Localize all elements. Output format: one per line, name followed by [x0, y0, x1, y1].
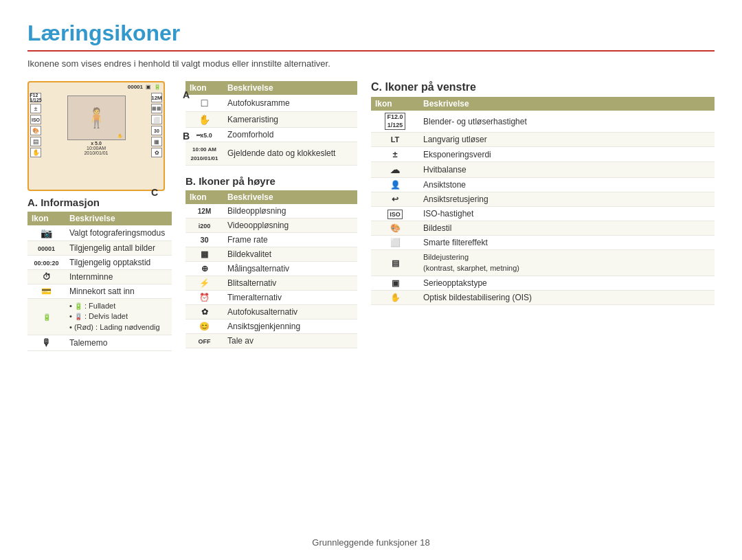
desc-cell: Frame rate — [223, 232, 357, 247]
table-row: LT Langvarig utløser — [371, 133, 715, 147]
desc-cell: Optisk bildestabilisering (OIS) — [419, 291, 715, 305]
table-row: ± Eksponeringsverdi — [371, 147, 715, 162]
section-c-heading: C. Ikoner på venstre — [371, 81, 715, 93]
desc-cell: Ansiktsretusjering — [419, 192, 715, 207]
table-row: 🎙 Talememo — [27, 335, 172, 351]
desc-cell: Hvitbalanse — [419, 162, 715, 178]
top-col2: Beskrivelse — [223, 81, 357, 95]
section-a-heading: A. Informasjon — [27, 197, 172, 208]
section-b-table: Ikon Beskrivelse 12M Bildeoppløsning i20… — [186, 190, 357, 348]
desc-cell: Smarte filtereffekt — [419, 236, 715, 250]
table-row: F12.01/125 Blender- og utløserhastighet — [371, 111, 715, 133]
desc-cell: Gjeldende dato og klokkeslett — [223, 142, 357, 166]
section-a-col1: Ikon — [27, 212, 65, 225]
table-row: ☁ Hvitbalanse — [371, 162, 715, 178]
page-title: Læringsikoner — [27, 21, 715, 52]
subtitle: Ikonene som vises endres i henhold til v… — [27, 58, 715, 69]
table-row: ⬜ Smarte filtereffekt — [371, 236, 715, 250]
desc-cell: Autofokusramme — [223, 95, 357, 112]
table-row: ⏱ Internminne — [27, 270, 172, 284]
desc-cell: Zoomforhold — [223, 128, 357, 142]
diagram-label-c: C — [151, 187, 158, 198]
desc-cell: Blitsalternativ — [223, 276, 357, 290]
desc-cell: Langvarig utløser — [419, 133, 715, 147]
table-row: 00001 Tilgjengelig antall bilder — [27, 241, 172, 256]
table-row: 🔋 • 🔋 : Fulladet • 🪫 : Delvis ladet • (R… — [27, 299, 172, 335]
section-a-table: Ikon Beskrivelse 📷 Valgt fotograferingsm… — [27, 212, 172, 351]
desc-cell: Eksponeringsverdi — [419, 147, 715, 162]
desc-cell: Tilgjengelig antall bilder — [65, 241, 172, 256]
table-row: 30 Frame rate — [186, 232, 357, 247]
section-b-col1: Ikon — [186, 190, 223, 204]
desc-cell: Kameraristing — [223, 112, 357, 128]
desc-cell: Autofokusalternativ — [223, 304, 357, 319]
desc-cell: Internminne — [65, 270, 172, 284]
top-col1: Ikon — [186, 81, 223, 95]
diagram-label-a: A — [183, 89, 190, 100]
section-c-table: Ikon Beskrivelse F12.01/125 Blender- og … — [371, 97, 715, 305]
table-row: 👤 Ansiktstone — [371, 178, 715, 192]
desc-cell: Bildestil — [419, 221, 715, 236]
table-row: ⏰ Timeralternativ — [186, 290, 357, 304]
table-row: ▦ Bildekvalitet — [186, 247, 357, 261]
desc-cell: Målingsalternativ — [223, 261, 357, 276]
table-row: ▣ Serieopptakstype — [371, 276, 715, 291]
table-row: i200 Videooppløsning — [186, 218, 357, 232]
desc-cell: ISO-hastighet — [419, 207, 715, 221]
section-c-col2: Beskrivelse — [419, 97, 715, 111]
section-c-col1: Ikon — [371, 97, 419, 111]
desc-cell: Valgt fotograferingsmodus — [65, 225, 172, 241]
desc-cell: Bildejustering(kontrast, skarphet, metni… — [419, 250, 715, 276]
table-row: ✿ Autofokusalternativ — [186, 304, 357, 319]
desc-cell: Timeralternativ — [223, 290, 357, 304]
table-row: 12M Bildeoppløsning — [186, 204, 357, 219]
table-row: ✋ Optisk bildestabilisering (OIS) — [371, 291, 715, 305]
desc-cell: • 🔋 : Fulladet • 🪫 : Delvis ladet • (Rød… — [65, 299, 172, 335]
camera-diagram: 00001 ▣ 🔋 F121/125 ± ISO 🎨 ▤ ✋ — [27, 81, 165, 191]
section-b-col2: Beskrivelse — [223, 190, 357, 204]
desc-cell: Talememo — [65, 335, 172, 351]
desc-cell: Blender- og utløserhastighet — [419, 111, 715, 133]
table-row: 😊 Ansiktsgjenkjenning — [186, 319, 357, 333]
desc-cell: Ansiktstone — [419, 178, 715, 192]
table-row: ISO ISO-hastighet — [371, 207, 715, 221]
desc-cell: Ansiktsgjenkjenning — [223, 319, 357, 333]
section-b-heading: B. Ikoner på høyre — [186, 175, 357, 187]
table-row: ⚡ Blitsalternativ — [186, 276, 357, 290]
table-row: ✋ Kameraristing — [186, 112, 357, 128]
desc-cell: Minnekort satt inn — [65, 284, 172, 299]
table-row: ▤ Bildejustering(kontrast, skarphet, met… — [371, 250, 715, 276]
desc-cell: Bildekvalitet — [223, 247, 357, 261]
section-a-col2: Beskrivelse — [65, 212, 172, 225]
desc-cell: Serieopptakstype — [419, 276, 715, 291]
table-row: ━x5.0 Zoomforhold — [186, 128, 357, 142]
desc-cell: Bildeoppløsning — [223, 204, 357, 219]
table-row: 00:00:20 Tilgjengelig opptakstid — [27, 256, 172, 270]
section-top-table: Ikon Beskrivelse □ Autofokusramme ✋ Kame… — [186, 81, 357, 166]
desc-cell: Tilgjengelig opptakstid — [65, 256, 172, 270]
table-row: 10:00 AM2010/01/01 Gjeldende dato og klo… — [186, 142, 357, 166]
table-row: 📷 Valgt fotograferingsmodus — [27, 225, 172, 241]
diagram-label-b: B — [183, 131, 190, 142]
table-row: OFF Tale av — [186, 333, 357, 348]
footer-text: Grunnleggende funksjoner 18 — [0, 537, 742, 548]
desc-cell: Tale av — [223, 333, 357, 348]
table-row: ↩ Ansiktsretusjering — [371, 192, 715, 207]
table-row: 🎨 Bildestil — [371, 221, 715, 236]
table-row: ⊕ Målingsalternativ — [186, 261, 357, 276]
desc-cell: Videooppløsning — [223, 218, 357, 232]
table-row: 💳 Minnekort satt inn — [27, 284, 172, 299]
table-row: □ Autofokusramme — [186, 95, 357, 112]
